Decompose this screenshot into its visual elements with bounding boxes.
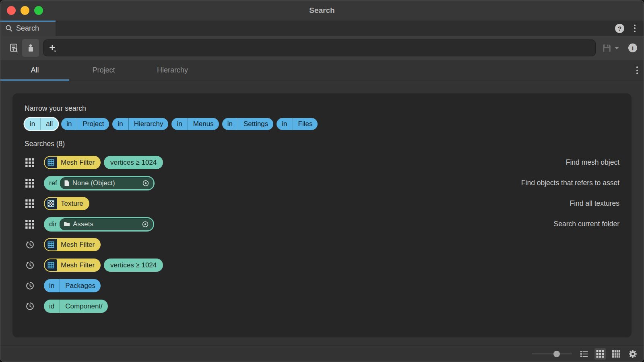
add-filter-icon[interactable] <box>48 43 57 52</box>
tab-all[interactable]: All <box>0 60 69 81</box>
search-row[interactable]: Mesh Filter vertices ≥ 1024 Find mesh ob… <box>25 152 619 173</box>
scope-prefix: in <box>277 118 292 130</box>
value-pill-vertices[interactable]: vertices ≥ 1024 <box>104 156 163 169</box>
keyword-prefix: id <box>44 300 60 313</box>
pill-label: Texture <box>57 200 89 208</box>
texture-icon <box>45 198 57 209</box>
window-title: Search <box>0 0 644 21</box>
search-field[interactable] <box>43 39 596 56</box>
value-pill-vertices[interactable]: vertices ≥ 1024 <box>104 259 163 272</box>
object-field[interactable]: None (Object) <box>60 177 153 189</box>
home-panel: Narrow your search in all in Project in … <box>12 93 632 337</box>
object-picker-icon[interactable] <box>142 180 149 187</box>
doc-tab-actions: ? <box>615 21 644 36</box>
info-icon[interactable]: i <box>628 43 637 52</box>
scope-prefix: in <box>112 118 128 130</box>
keyword-pill-id[interactable]: id Component/ <box>44 300 108 313</box>
object-name: None (Object) <box>72 179 139 187</box>
doc-tab-strip: Search ? <box>0 21 644 36</box>
search-row[interactable]: Mesh Filter vertices ≥ 1024 <box>25 255 619 275</box>
scope-pill-settings[interactable]: in Settings <box>222 118 274 130</box>
minimize-icon[interactable] <box>21 6 29 15</box>
tab-search[interactable]: Search <box>0 21 56 36</box>
scope-pill-packages[interactable]: in Packages <box>44 279 101 292</box>
scope-pill-menus[interactable]: in Menus <box>171 118 219 130</box>
tab-search-label: Search <box>16 24 39 33</box>
saved-searches-icon <box>8 43 19 54</box>
mesh-filter-icon <box>45 259 57 271</box>
scope-label: Packages <box>60 279 101 292</box>
save-dropdown-icon[interactable] <box>614 46 619 50</box>
search-row[interactable]: ref None (Object) Fin <box>25 173 619 193</box>
search-row[interactable]: Texture Find all textures <box>25 193 619 214</box>
recent-search-icon <box>25 301 35 311</box>
filter-pill-mesh-filter[interactable]: Mesh Filter <box>44 259 101 272</box>
narrow-search-title: Narrow your search <box>25 104 619 113</box>
scope-label: Menus <box>188 118 219 130</box>
scope-pill-files[interactable]: in Files <box>277 118 318 130</box>
scope-label: all <box>40 118 58 130</box>
recent-search-icon <box>25 240 35 250</box>
scope-label: Files <box>293 118 318 130</box>
object-icon <box>64 180 70 186</box>
slider-thumb[interactable] <box>553 351 560 357</box>
pill-label: Mesh Filter <box>57 159 101 167</box>
search-description: Find objects that refers to asset <box>521 179 619 187</box>
help-icon[interactable]: ? <box>615 24 624 33</box>
saved-search-grid-icon <box>25 199 35 209</box>
keyword-label: Component/ <box>60 300 108 313</box>
item-size-slider[interactable] <box>532 351 572 357</box>
search-row[interactable]: dir Assets Search cur <box>25 214 619 234</box>
result-tab-bar: All Project Hierarchy <box>0 60 644 81</box>
grid-view-button[interactable] <box>594 348 606 360</box>
mesh-filter-icon <box>45 157 57 168</box>
tab-hierarchy-label: Hierarchy <box>157 66 188 74</box>
table-view-icon <box>612 350 621 358</box>
pill-prefix: dir <box>49 220 57 228</box>
scope-pill-project[interactable]: in Project <box>61 118 109 130</box>
search-description: Search current folder <box>554 220 619 228</box>
settings-gear-icon <box>628 349 638 359</box>
scope-prefix: in <box>25 118 40 130</box>
scope-pill-row: in all in Project in Hierarchy in Menus … <box>25 118 619 130</box>
slider-track[interactable] <box>532 354 572 354</box>
object-field[interactable]: Assets <box>60 218 153 230</box>
search-row[interactable]: in Packages <box>25 275 619 296</box>
scope-prefix: in <box>222 118 238 130</box>
scope-pill-all[interactable]: in all <box>25 118 58 130</box>
tab-project-label: Project <box>92 66 115 74</box>
list-view-button[interactable] <box>578 348 590 360</box>
traffic-lights <box>7 6 43 15</box>
object-pill-dir[interactable]: dir Assets <box>44 217 154 232</box>
filter-pill-mesh-filter[interactable]: Mesh Filter <box>44 156 101 169</box>
saved-search-grid-icon <box>25 178 35 188</box>
scope-pill-hierarchy[interactable]: in Hierarchy <box>112 118 168 130</box>
inspector-toggle-button[interactable] <box>22 39 39 57</box>
grid-view-icon <box>596 350 605 358</box>
pill-label: Mesh Filter <box>57 261 101 269</box>
settings-button[interactable] <box>627 348 639 360</box>
search-window: Search Search ? <box>0 0 644 362</box>
scope-label: Project <box>77 118 109 130</box>
filter-pill-texture[interactable]: Texture <box>44 197 89 210</box>
search-row[interactable]: id Component/ <box>25 296 619 316</box>
tab-project[interactable]: Project <box>69 60 138 81</box>
close-icon[interactable] <box>7 6 16 15</box>
object-pill-ref[interactable]: ref None (Object) <box>44 176 155 190</box>
titlebar: Search <box>0 0 644 21</box>
pill-label: Mesh Filter <box>57 241 101 249</box>
object-picker-icon[interactable] <box>142 221 149 228</box>
kebab-menu-icon[interactable] <box>632 23 637 34</box>
search-icon <box>5 25 13 32</box>
content-area: Narrow your search in all in Project in … <box>0 81 644 345</box>
recent-search-icon <box>25 281 35 291</box>
filter-pill-mesh-filter[interactable]: Mesh Filter <box>44 238 101 251</box>
search-input[interactable] <box>57 43 590 52</box>
results-kebab-menu-icon[interactable] <box>635 65 640 76</box>
search-row[interactable]: Mesh Filter <box>25 234 619 255</box>
table-view-button[interactable] <box>611 348 622 360</box>
tab-hierarchy[interactable]: Hierarchy <box>138 60 207 81</box>
zoom-icon[interactable] <box>34 6 43 15</box>
save-search-button[interactable] <box>601 43 619 54</box>
saved-searches-button[interactable] <box>5 39 22 57</box>
